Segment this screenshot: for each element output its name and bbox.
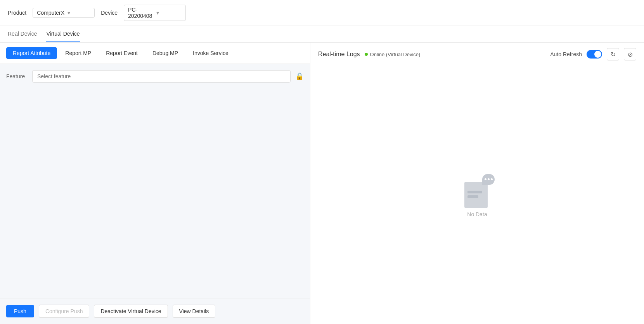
tab-report-mp[interactable]: Report MP [59, 47, 98, 59]
doc-body [464, 182, 488, 208]
chat-bubble [482, 174, 495, 185]
tab-virtual-device[interactable]: Virtual Device [46, 26, 80, 42]
online-status: Online (Virtual Device) [370, 52, 421, 57]
right-title: Real-time Logs [318, 51, 360, 58]
refresh-icon: ↻ [611, 51, 616, 58]
tab-real-device[interactable]: Real Device [8, 26, 37, 42]
eraser-icon: ⊘ [628, 51, 633, 58]
clear-button[interactable]: ⊘ [624, 48, 636, 60]
device-value: PC-20200408 [128, 7, 153, 19]
product-value: ComputerX [37, 10, 64, 16]
auto-refresh-label: Auto Refresh [550, 51, 582, 57]
no-data-section: No Data [460, 173, 495, 217]
feature-label: Feature [6, 73, 28, 79]
left-panel: Report Attribute Report MP Report Event … [0, 43, 310, 324]
bottom-actions: Push Configure Push Deactivate Virtual D… [0, 298, 310, 324]
deactivate-button[interactable]: Deactivate Virtual Device [94, 305, 168, 318]
chat-dot-3 [491, 178, 493, 180]
chat-dot-2 [488, 178, 490, 180]
doc-line1 [467, 191, 482, 193]
main-content: Report Attribute Report MP Report Event … [0, 43, 644, 324]
view-details-button[interactable]: View Details [173, 305, 216, 318]
device-tabs-bar: Real Device Virtual Device [0, 26, 644, 43]
chat-dot-1 [485, 178, 486, 180]
top-bar: Product ComputerX ▾ Device PC-20200408 ▾ [0, 0, 644, 26]
configure-push-button[interactable]: Configure Push [39, 305, 90, 318]
online-badge: Online (Virtual Device) [365, 52, 421, 57]
auto-refresh-toggle[interactable] [587, 50, 602, 59]
online-dot-icon [365, 53, 368, 56]
toggle-thumb [594, 51, 601, 58]
tab-report-event[interactable]: Report Event [99, 47, 144, 59]
lock-icon[interactable]: 🔒 [295, 72, 304, 81]
product-select[interactable]: ComputerX ▾ [33, 8, 95, 18]
refresh-button[interactable]: ↻ [607, 48, 619, 60]
panel-body [0, 89, 310, 298]
right-header-right: Auto Refresh ↻ ⊘ [550, 48, 636, 60]
right-panel: Real-time Logs Online (Virtual Device) A… [310, 43, 644, 324]
product-chevron-icon: ▾ [68, 10, 90, 16]
tab-report-attribute[interactable]: Report Attribute [6, 47, 57, 59]
no-data-label: No Data [467, 211, 487, 217]
feature-row: Feature 🔒 [0, 64, 310, 89]
feature-input[interactable] [32, 70, 291, 83]
tab-debug-mp[interactable]: Debug MP [146, 47, 185, 59]
right-header: Real-time Logs Online (Virtual Device) A… [310, 43, 644, 66]
device-select[interactable]: PC-20200408 ▾ [124, 5, 186, 21]
right-body: No Data [310, 66, 644, 324]
product-label: Product [8, 10, 26, 16]
right-header-left: Real-time Logs Online (Virtual Device) [318, 51, 420, 58]
doc-line2 [467, 195, 478, 198]
device-label: Device [101, 10, 118, 16]
push-button[interactable]: Push [6, 305, 34, 317]
no-data-illustration [460, 173, 495, 208]
inner-tabs: Report Attribute Report MP Report Event … [0, 43, 310, 64]
device-chevron-icon: ▾ [156, 10, 182, 16]
tab-invoke-service[interactable]: Invoke Service [186, 47, 235, 59]
